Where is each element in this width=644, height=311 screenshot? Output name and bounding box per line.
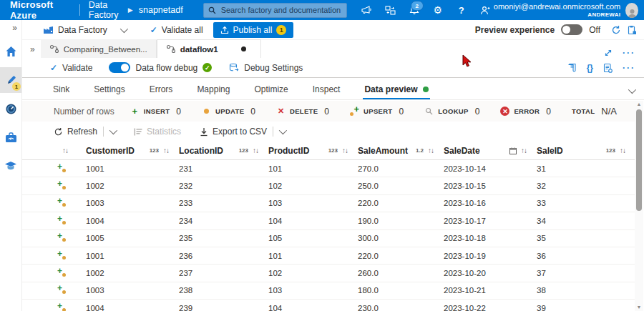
nav-manage[interactable] [0, 124, 21, 150]
sort-icon[interactable]: ↑↓ [163, 147, 169, 154]
code-braces-icon[interactable]: {} [587, 63, 593, 73]
refresh-label: Refresh [67, 127, 97, 137]
sort-icon[interactable]: ↑↓ [428, 147, 434, 154]
table-row: +1003238103180.02023-10-2138 [21, 282, 635, 300]
insert-icon: + [130, 107, 140, 116]
table-row: +1003233103220.02023-10-1633 [21, 195, 635, 212]
table-cell: 1003 [86, 286, 179, 295]
update-icon [202, 107, 211, 116]
table-cell: 2023-10-19 [444, 252, 537, 260]
export-dropdown-chevron-icon[interactable] [279, 127, 287, 134]
tabstrip-collapse-icon[interactable]: » [30, 44, 35, 54]
settings-gear-icon[interactable]: ⚙ [429, 2, 447, 18]
table-cell: 2023-10-20 [444, 269, 537, 277]
table-row: +1002232102250.02023-10-1532 [21, 177, 635, 194]
expand-diagonal-icon[interactable] [604, 49, 613, 57]
learning-cap-icon [4, 161, 17, 171]
panel-tab-mapping[interactable]: Mapping [195, 84, 231, 99]
panel-tab-label: Mapping [197, 84, 230, 94]
refresh-icon[interactable] [611, 25, 621, 35]
panel-tabs: SinkSettingsErrorsMappingOptimizeInspect… [52, 84, 452, 99]
help-icon[interactable]: ? [453, 2, 470, 18]
panel-collapse-chevron-icon[interactable] [628, 86, 636, 94]
panel-tab-inspect[interactable]: Inspect [311, 84, 342, 99]
refresh-button[interactable]: Refresh [54, 127, 97, 137]
breadcrumb-item[interactable]: snapnetadf [139, 5, 183, 15]
statistics-label: Statistics [147, 127, 181, 137]
table-cell: 37 [537, 269, 635, 277]
column-header-productid[interactable]: ProductID123↑↓ [268, 146, 358, 156]
script-icon[interactable] [567, 63, 577, 72]
vertical-scrollbar[interactable]: ▲ ▼ [635, 101, 643, 311]
global-search[interactable] [203, 3, 347, 18]
toolbar-more-icon[interactable]: ··· [623, 63, 635, 73]
publish-all-button[interactable]: Publish all 1 [213, 22, 294, 38]
type-icon: 123 [328, 147, 338, 154]
switch-directory-icon[interactable] [382, 2, 399, 18]
tabstrip-more-icon[interactable]: ··· [623, 48, 635, 58]
settings-document-icon[interactable] [603, 63, 613, 73]
search-input[interactable] [220, 5, 342, 15]
table-row: +1002237102260.02023-10-2037 [21, 265, 635, 282]
table-cell: 104 [268, 304, 358, 311]
panel-tab-errors[interactable]: Errors [148, 84, 175, 99]
column-header-locationid[interactable]: LocationID123↑↓ [179, 146, 268, 156]
nav-learning[interactable] [0, 153, 21, 179]
announcements-icon[interactable] [358, 2, 376, 18]
stat-name: UPSERT [364, 107, 392, 115]
refresh-dropdown-chevron-icon[interactable] [109, 127, 117, 134]
sort-icon[interactable]: ↑↓ [620, 147, 625, 154]
breadcrumb-app[interactable]: Data Factory [89, 0, 122, 20]
sort-icon[interactable]: ↑↓ [253, 147, 258, 154]
table-cell: 260.0 [358, 269, 444, 277]
scroll-up-icon[interactable]: ▲ [637, 101, 642, 108]
column-header-saleamount[interactable]: SaleAmount1.2↑↓ [358, 146, 444, 156]
stat-value: 0 [250, 107, 255, 117]
scroll-down-icon[interactable]: ▼ [637, 304, 642, 311]
table-cell: 238 [179, 286, 268, 295]
editor-tab-label: dataflow1 [180, 45, 218, 54]
validate-all-button[interactable]: ✓ Validate all [150, 25, 203, 35]
clipboard-icon[interactable] [628, 25, 637, 35]
debug-settings-button[interactable]: Debug Settings [229, 63, 303, 73]
debug-settings-icon [229, 63, 239, 73]
export-csv-label: Export to CSV [213, 127, 267, 137]
nav-author[interactable]: 1 [0, 67, 21, 93]
stat-error: ✕ERROR0 [500, 107, 551, 117]
account-info[interactable]: omoniyi@andrewai.onmicrosoft.com ANDREWA… [494, 2, 620, 18]
panel-tab-data-preview[interactable]: Data preview [363, 84, 429, 99]
editor-tab-1[interactable]: dataflow1 [157, 39, 261, 58]
table-cell: 1004 [86, 217, 179, 225]
preview-experience-toggle[interactable] [561, 24, 582, 35]
feedback-icon[interactable] [477, 2, 494, 18]
panel-tab-sink[interactable]: Sink [52, 84, 71, 99]
column-header-customerid[interactable]: CustomerID123↑↓ [86, 146, 179, 156]
dataflow-debug-toggle[interactable] [109, 62, 130, 73]
panel-tab-label: Optimize [254, 84, 288, 94]
statistics-button[interactable]: Statistics [134, 127, 181, 137]
azure-brand[interactable]: Microsoft Azure [10, 0, 71, 21]
validate-button[interactable]: ✓ Validate [50, 63, 93, 73]
column-header-saleid[interactable]: SaleID123↑↓ [537, 146, 635, 156]
editor-tab-0[interactable]: Comparing_Between... [41, 40, 157, 58]
lookup-icon [424, 107, 434, 116]
notifications-bell-icon[interactable]: 2 [406, 2, 423, 18]
panel-tab-optimize[interactable]: Optimize [253, 84, 289, 99]
table-cell: 270.0 [358, 164, 444, 173]
row-marker-sort-icon[interactable]: ↑↓ [54, 147, 86, 154]
sort-icon[interactable]: ↑↓ [521, 147, 527, 154]
scrollbar-thumb[interactable] [636, 109, 642, 211]
avatar[interactable] [625, 3, 638, 18]
panel-tab-settings[interactable]: Settings [92, 84, 126, 99]
nav-home[interactable] [0, 39, 21, 64]
export-csv-button[interactable]: Export to CSV [200, 127, 267, 137]
factory-label: Data Factory [58, 25, 107, 35]
stat-lookup: LOOKUP0 [424, 107, 479, 117]
column-name: SaleDate [444, 146, 509, 156]
column-header-saledate[interactable]: SaleDate↑↓ [444, 146, 537, 156]
nav-monitor[interactable] [0, 96, 21, 122]
factory-menu[interactable]: Data Factory [43, 25, 126, 35]
stat-value: 0 [324, 107, 329, 117]
sort-icon[interactable]: ↑↓ [342, 147, 348, 154]
rail-collapse-icon[interactable]: » [12, 23, 17, 33]
